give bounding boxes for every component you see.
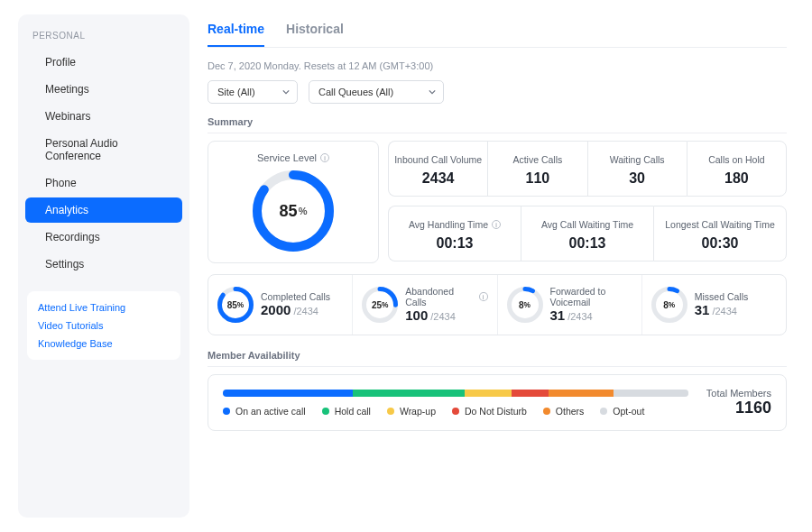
stat-value: 00:13 <box>527 235 648 252</box>
sidebar-item-meetings[interactable]: Meetings <box>25 77 182 102</box>
outcome-donut: 8% <box>651 287 687 323</box>
legend-dot <box>452 408 459 415</box>
outcome-value: 100 <box>405 307 428 323</box>
stat-value: 00:13 <box>394 235 515 252</box>
sidebar-item-recordings[interactable]: Recordings <box>25 225 182 250</box>
segment <box>549 390 614 397</box>
member-availability-card: On an active callHold callWrap-upDo Not … <box>208 374 787 431</box>
outcome-cell: 85%Completed Calls2000/2434 <box>208 275 352 335</box>
member-segmented-bar <box>223 390 688 397</box>
legend-item: On an active call <box>223 406 306 417</box>
legend-label: Opt-out <box>613 406 644 417</box>
members-heading: Member Availability <box>208 350 787 367</box>
outcome-cell: 8%Missed Calls31/2434 <box>641 275 786 335</box>
chevron-down-icon <box>282 88 290 96</box>
outcome-cell: 8%Forwarded to Voicemail31/2434 <box>497 275 641 335</box>
sidebar-item-analytics[interactable]: Analytics <box>25 197 182 223</box>
legend-label: Do Not Disturb <box>465 406 527 417</box>
stat-label: Inbound Call Volume <box>394 154 482 165</box>
tab-real-time[interactable]: Real-time <box>208 22 264 47</box>
sidebar-item-settings[interactable]: Settings <box>25 252 182 277</box>
datestamp: Dec 7, 2020 Monday. Resets at 12 AM (GMT… <box>208 60 787 71</box>
call-outcomes-row: 85%Completed Calls2000/243425%Abandoned … <box>208 274 787 335</box>
member-bar-wrap: On an active callHold callWrap-upDo Not … <box>223 390 688 417</box>
segment <box>614 390 688 397</box>
legend-label: Hold call <box>335 406 371 417</box>
help-link-attend-live-training[interactable]: Attend Live Training <box>38 302 170 313</box>
outcome-total: /2434 <box>430 311 456 322</box>
member-legend: On an active callHold callWrap-upDo Not … <box>223 406 688 417</box>
site-filter-label: Site (All) <box>217 87 255 97</box>
outcome-donut: 8% <box>507 287 543 323</box>
outcome-donut: 85% <box>217 287 254 323</box>
stat-label: Waiting Calls <box>610 154 665 165</box>
total-members: Total Members 1160 <box>706 388 771 417</box>
tabs: Real-timeHistorical <box>208 22 787 48</box>
legend-label: Others <box>556 406 585 417</box>
stat-card: Avg Handling Time i00:13 <box>388 206 521 261</box>
legend-item: Do Not Disturb <box>452 406 527 417</box>
segment <box>465 390 512 397</box>
legend-label: Wrap-up <box>400 406 436 417</box>
stat-label: Avg Handling Time i <box>409 219 501 230</box>
stat-label: Avg Call Waiting Time <box>541 219 633 230</box>
outcome-label: Forwarded to Voicemail <box>550 286 632 307</box>
stat-label: Calls on Hold <box>708 154 764 165</box>
segment <box>223 390 353 397</box>
info-icon[interactable]: i <box>479 292 488 301</box>
stat-card: Calls on Hold180 <box>687 141 787 197</box>
outcome-total: /2434 <box>293 306 318 316</box>
legend-item: Wrap-up <box>387 406 436 417</box>
legend-dot <box>600 408 607 415</box>
outcome-value: 31 <box>695 302 710 317</box>
info-icon[interactable]: i <box>320 153 329 162</box>
summary-row: Service Level i 85% Inbound Call Volume2… <box>208 141 787 263</box>
outcome-label: Missed Calls <box>695 291 749 302</box>
legend-label: On an active call <box>235 406 306 417</box>
info-icon[interactable]: i <box>492 220 501 229</box>
stat-value: 2434 <box>394 170 482 187</box>
sidebar-item-webinars[interactable]: Webinars <box>25 104 182 129</box>
legend-item: Hold call <box>322 406 371 417</box>
legend-dot <box>543 408 550 415</box>
stat-card: Avg Call Waiting Time00:13 <box>521 206 653 261</box>
sidebar-nav: ProfileMeetingsWebinarsPersonal Audio Co… <box>18 50 189 277</box>
sidebar-item-phone[interactable]: Phone <box>25 170 182 196</box>
stat-card: Inbound Call Volume2434 <box>388 141 487 197</box>
outcome-label: Abandoned Calls i <box>405 286 487 307</box>
legend-item: Others <box>543 406 585 417</box>
chevron-down-icon <box>429 88 436 96</box>
service-level-label: Service Level i <box>257 152 329 163</box>
service-level-card: Service Level i 85% <box>208 141 379 263</box>
sidebar-heading: PERSONAL <box>18 31 189 50</box>
service-level-donut: 85% <box>253 170 334 252</box>
legend-dot <box>223 408 230 415</box>
queue-filter[interactable]: Call Queues (All) <box>309 80 444 104</box>
legend-dot <box>387 408 394 415</box>
queue-filter-label: Call Queues (All) <box>318 87 393 97</box>
tab-historical[interactable]: Historical <box>286 22 344 47</box>
site-filter[interactable]: Site (All) <box>208 80 298 104</box>
segment <box>512 390 549 397</box>
sidebar-item-personal-audio-conference[interactable]: Personal Audio Conference <box>25 131 182 169</box>
help-link-video-tutorials[interactable]: Video Tutorials <box>38 320 170 331</box>
stat-value: 180 <box>693 170 780 187</box>
sidebar: PERSONAL ProfileMeetingsWebinarsPersonal… <box>18 14 189 518</box>
stat-card: Active Calls110 <box>487 141 586 197</box>
stat-value: 00:30 <box>660 235 780 252</box>
main: Real-timeHistorical Dec 7, 2020 Monday. … <box>200 0 812 532</box>
top-stats-row: Inbound Call Volume2434Active Calls110Wa… <box>388 141 787 197</box>
legend-dot <box>322 408 329 415</box>
stat-label: Active Calls <box>512 154 562 165</box>
help-link-knowledge-base[interactable]: Knowledge Base <box>38 338 170 349</box>
outcome-total: /2434 <box>567 311 593 322</box>
outcome-value: 31 <box>550 307 566 323</box>
outcome-donut: 25% <box>362 287 398 323</box>
sidebar-item-profile[interactable]: Profile <box>25 50 182 75</box>
stats-column: Inbound Call Volume2434Active Calls110Wa… <box>388 141 787 263</box>
total-members-value: 1160 <box>706 399 771 417</box>
stat-value: 110 <box>494 170 581 187</box>
help-card: Attend Live TrainingVideo TutorialsKnowl… <box>27 291 180 360</box>
filters: Site (All) Call Queues (All) <box>208 80 787 104</box>
stat-card: Waiting Calls30 <box>587 141 687 197</box>
